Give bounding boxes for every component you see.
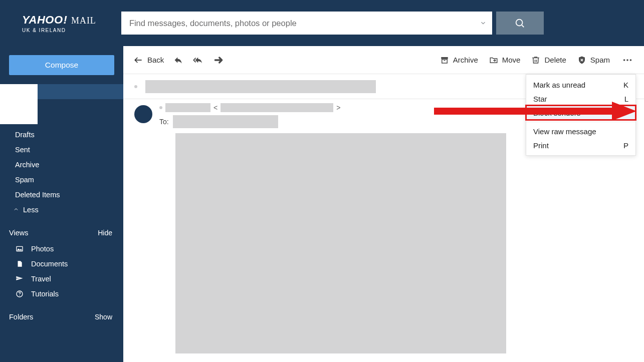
angle-bracket: < xyxy=(213,104,218,112)
plane-icon xyxy=(15,274,24,283)
logo-region: UK & IRELAND xyxy=(22,28,96,33)
reply-icon xyxy=(173,55,183,65)
views-hide-toggle[interactable]: Hide xyxy=(98,229,112,237)
delete-button[interactable]: Delete xyxy=(531,56,566,65)
help-icon xyxy=(15,289,24,298)
sidebar-section-views: Views Hide xyxy=(0,224,123,241)
move-button[interactable]: Move xyxy=(489,56,521,65)
sidebar-section-folders: Folders Show xyxy=(0,308,123,325)
sidebar-item-deleted[interactable]: Deleted Items xyxy=(0,187,123,202)
sidebar-label: Tutorials xyxy=(31,290,59,298)
more-menu: Mark as unread K Star L Block senders Vi… xyxy=(526,74,636,156)
toolbar-label: Spam xyxy=(590,56,610,64)
sender-name xyxy=(165,103,210,112)
sidebar-view-documents[interactable]: Documents xyxy=(0,256,123,271)
reply-all-button[interactable] xyxy=(193,55,204,66)
sidebar-item-sent[interactable]: Sent xyxy=(0,142,123,157)
message-body xyxy=(175,133,506,353)
reply-all-icon xyxy=(193,55,204,65)
svg-point-12 xyxy=(630,59,632,61)
menu-mark-unread[interactable]: Mark as unread K xyxy=(526,78,635,92)
unread-dot-icon xyxy=(159,106,162,109)
sidebar-label: Documents xyxy=(31,260,68,268)
logo-text: YAHOO xyxy=(22,14,63,27)
menu-print[interactable]: Print P xyxy=(526,138,635,152)
toolbar-label: Archive xyxy=(453,56,478,64)
menu-separator xyxy=(526,122,635,122)
menu-label: Block senders xyxy=(533,109,580,117)
more-horizontal-icon xyxy=(622,55,633,66)
svg-line-1 xyxy=(522,25,524,27)
logo-product: MAIL xyxy=(71,16,96,26)
menu-shortcut: K xyxy=(623,81,628,89)
menu-label: View raw message xyxy=(533,127,596,136)
shield-x-icon xyxy=(577,56,586,65)
to-row: To: xyxy=(159,115,340,128)
recipient xyxy=(173,115,278,128)
archive-icon xyxy=(440,56,449,65)
sidebar-label: Deleted Items xyxy=(15,191,60,199)
sidebar-item-archive[interactable]: Archive xyxy=(0,157,123,172)
photo-icon xyxy=(15,244,24,253)
svg-rect-7 xyxy=(441,57,448,59)
arrow-left-icon xyxy=(133,55,143,65)
sidebar-section-title: Folders xyxy=(9,313,33,321)
yahoo-mail-logo[interactable]: YAHOO ! MAIL UK & IRELAND xyxy=(22,14,96,33)
menu-label: Mark as unread xyxy=(533,81,585,89)
sidebar-item-spam[interactable]: Spam xyxy=(0,172,123,187)
sidebar-item-drafts[interactable]: Drafts xyxy=(0,127,123,142)
to-label: To: xyxy=(159,118,169,126)
unread-dot-icon xyxy=(134,85,137,88)
sidebar-view-photos[interactable]: Photos xyxy=(0,241,123,256)
sender-address xyxy=(221,103,333,112)
sidebar-label: Travel xyxy=(31,275,51,283)
toolbar-label: Move xyxy=(502,56,521,64)
subject-text xyxy=(145,80,376,93)
sidebar-view-tutorials[interactable]: Tutorials xyxy=(0,286,123,301)
svg-point-11 xyxy=(626,59,628,61)
app-header: YAHOO ! MAIL UK & IRELAND xyxy=(0,0,644,46)
back-button[interactable]: Back xyxy=(133,55,164,65)
menu-star[interactable]: Star L xyxy=(526,92,635,106)
svg-point-5 xyxy=(19,295,20,296)
search-dropdown-toggle[interactable] xyxy=(474,12,492,35)
menu-block-senders[interactable]: Block senders xyxy=(526,106,635,120)
chevron-down-icon xyxy=(480,20,487,27)
spam-button[interactable]: Spam xyxy=(577,56,610,65)
sidebar-item-less[interactable]: Less xyxy=(0,202,123,217)
move-icon xyxy=(489,56,498,65)
sender-avatar[interactable] xyxy=(134,105,152,123)
document-icon xyxy=(15,259,24,268)
forward-icon xyxy=(213,55,224,65)
sidebar-section-title: Views xyxy=(9,229,28,237)
svg-rect-8 xyxy=(442,59,447,63)
sidebar-label: Sent xyxy=(15,146,30,154)
forward-button[interactable] xyxy=(213,55,224,66)
sidebar-view-travel[interactable]: Travel xyxy=(0,271,123,286)
svg-point-10 xyxy=(623,59,625,61)
angle-bracket: > xyxy=(336,104,340,112)
archive-button[interactable]: Archive xyxy=(440,56,478,65)
sidebar-label: Drafts xyxy=(15,131,35,139)
sidebar-label: Spam xyxy=(15,176,34,184)
menu-label: Print xyxy=(533,141,549,150)
back-label: Back xyxy=(147,56,164,64)
trash-icon xyxy=(531,56,540,65)
compose-button[interactable]: Compose xyxy=(9,55,114,75)
chevron-up-icon xyxy=(13,206,19,214)
search-wrap xyxy=(121,12,544,35)
search-input[interactable] xyxy=(121,12,492,35)
folders-show-toggle[interactable]: Show xyxy=(95,313,112,321)
search-button[interactable] xyxy=(496,12,544,35)
logo-exclaim: ! xyxy=(64,14,67,27)
menu-view-raw[interactable]: View raw message xyxy=(526,124,635,138)
toolbar-label: Delete xyxy=(544,56,566,64)
reply-button[interactable] xyxy=(173,55,184,66)
menu-label: Star xyxy=(533,95,547,103)
more-button[interactable] xyxy=(621,55,634,66)
svg-marker-3 xyxy=(17,248,23,250)
sidebar-label: Photos xyxy=(31,245,54,253)
sidebar-label: Archive xyxy=(15,161,39,169)
sidebar-label: Less xyxy=(23,206,39,214)
search-icon xyxy=(514,18,525,29)
